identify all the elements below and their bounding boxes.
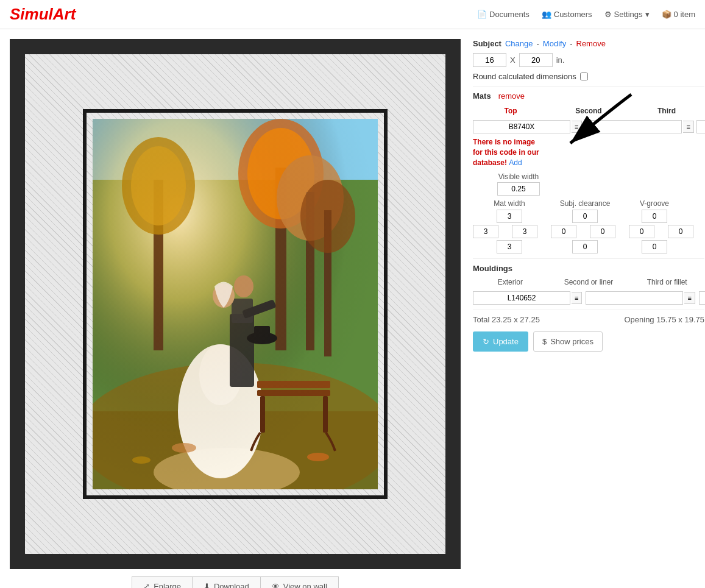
visible-width-right: Visible width <box>497 172 540 196</box>
documents-label: Documents <box>489 10 530 19</box>
subj-clear-2-input[interactable] <box>551 225 576 238</box>
svg-rect-32 <box>93 119 378 489</box>
error-message: There is no imagefor this code in ourdat… <box>473 137 704 168</box>
third-fillet-input[interactable] <box>699 291 705 305</box>
subject-change-link[interactable]: Change <box>505 39 533 48</box>
documents-icon: 📄 <box>477 10 487 19</box>
mat-top-menu-btn[interactable]: ≡ <box>572 121 582 133</box>
subj-clear-1-input[interactable] <box>572 210 598 223</box>
mats-remove-link[interactable]: remove <box>498 91 525 101</box>
mat-width-4-input[interactable] <box>497 240 522 253</box>
dim-x-label: X <box>510 55 515 65</box>
settings-icon: ⚙ <box>604 10 612 19</box>
moulding-inputs: ≡ ≡ ≡ <box>473 291 704 305</box>
width-input[interactable] <box>473 53 506 67</box>
view-on-wall-button[interactable]: 👁 View on wall <box>261 576 339 588</box>
mat-col-third: Third <box>629 105 704 116</box>
mat-second-input-row: ≡ <box>584 120 693 133</box>
mat-second-menu-btn[interactable]: ≡ <box>683 121 693 133</box>
logo: SimulArt <box>10 5 76 24</box>
second-liner-input[interactable] <box>586 291 683 305</box>
subj-clear-4-input[interactable] <box>572 240 598 253</box>
mat-top-input-row: ≡ <box>473 120 582 133</box>
visible-width-input[interactable] <box>497 182 540 196</box>
round-dimensions-label: Round calculated dimensions <box>473 72 588 81</box>
third-fillet-input-row: ≡ <box>699 291 705 305</box>
download-icon: ⬇ <box>204 582 210 588</box>
v-groove-3-input[interactable] <box>668 225 693 238</box>
frame-image <box>93 119 378 489</box>
error-area: There is no imagefor this code in ourdat… <box>473 137 704 168</box>
update-label: Update <box>493 337 519 346</box>
download-button[interactable]: ⬇ Download <box>193 576 261 588</box>
dollar-icon: $ <box>542 337 547 346</box>
mat-code-row: ≡ ≡ ≡ <box>473 120 704 133</box>
subject-label: Subject <box>473 39 501 48</box>
mat-column-headers: Top Second Third <box>473 105 704 116</box>
v-groove-2-input[interactable] <box>629 225 654 238</box>
enlarge-icon: ⤢ <box>143 582 150 588</box>
dimensions-row: X in. <box>473 53 704 67</box>
frame-mat <box>25 54 445 554</box>
nav-cart[interactable]: 📦 0 item <box>662 10 695 19</box>
header-nav: 📄 Documents 👥 Customers ⚙ Settings ▾ 📦 0… <box>477 10 695 19</box>
v-groove-4-input[interactable] <box>642 240 667 253</box>
mat-top-input[interactable] <box>473 120 570 133</box>
dim-unit-label: in. <box>556 55 565 65</box>
moulding-col-headers: Exterior Second or liner Third or fillet <box>473 278 704 286</box>
v-groove-1-input[interactable] <box>642 210 667 223</box>
mat-second-input[interactable] <box>584 120 682 133</box>
second-liner-header: Second or liner <box>551 278 626 286</box>
nav-customers[interactable]: 👥 Customers <box>542 10 592 19</box>
enlarge-button[interactable]: ⤢ Enlarge <box>132 576 193 588</box>
width-headers: Mat width Subj. clearance V-groove <box>473 199 704 208</box>
add-link[interactable]: Add <box>509 158 522 167</box>
view-wall-label: View on wall <box>283 582 327 588</box>
main-content: ⤢ Enlarge ⬇ Download 👁 View on wall Subj… <box>0 29 705 588</box>
width-row-1 <box>473 210 704 223</box>
frame-outer <box>10 39 461 569</box>
header: SimulArt 📄 Documents 👥 Customers ⚙ Setti… <box>0 0 705 29</box>
subj-clearance-header: Subj. clearance <box>548 199 622 208</box>
round-dimensions-checkbox[interactable] <box>580 73 588 80</box>
enlarge-label: Enlarge <box>154 582 181 588</box>
update-button[interactable]: ↻ Update <box>473 331 528 352</box>
exterior-input-row: ≡ <box>473 291 582 305</box>
mat-col-second: Second <box>551 105 626 116</box>
height-input[interactable] <box>519 53 553 67</box>
round-dimensions-text: Round calculated dimensions <box>473 72 576 81</box>
mats-header-row: Mats remove <box>473 91 704 101</box>
exterior-header: Exterior <box>473 278 548 286</box>
visible-width-area: Visible width <box>473 172 704 196</box>
update-icon: ↻ <box>483 337 489 346</box>
mat-third-input[interactable] <box>696 120 705 133</box>
mat-width-1-input[interactable] <box>497 210 522 223</box>
v-groove-header: V-groove <box>624 199 685 208</box>
subject-remove-link[interactable]: Remove <box>576 39 606 48</box>
action-buttons: ⤢ Enlarge ⬇ Download 👁 View on wall <box>132 576 339 588</box>
action-buttons-panel: ↻ Update $ Show prices <box>473 331 704 352</box>
customers-icon: 👥 <box>542 10 551 19</box>
mat-col-top: Top <box>473 105 548 116</box>
nav-documents[interactable]: 📄 Documents <box>477 10 530 19</box>
mat-width-3-input[interactable] <box>512 225 537 238</box>
mat-third-input-row: ≡ <box>696 120 705 133</box>
subject-modify-link[interactable]: Modify <box>543 39 566 48</box>
subj-clear-3-input[interactable] <box>590 225 615 238</box>
subject-row: Subject Change - Modify - Remove <box>473 39 704 48</box>
download-label: Download <box>214 582 249 588</box>
divider-2 <box>473 258 704 259</box>
second-liner-input-row: ≡ <box>586 291 695 305</box>
frame-image-inner <box>93 119 378 489</box>
second-liner-menu-btn[interactable]: ≡ <box>684 292 695 304</box>
error-line1: There is no imagefor this code in ourdat… <box>473 138 539 167</box>
wedding-scene-svg <box>93 119 378 489</box>
settings-dropdown-icon: ▾ <box>645 10 650 19</box>
show-prices-label: Show prices <box>550 337 593 346</box>
mat-width-2-input[interactable] <box>473 225 498 238</box>
exterior-input[interactable] <box>473 291 570 305</box>
nav-settings[interactable]: ⚙ Settings ▾ <box>604 10 650 19</box>
show-prices-button[interactable]: $ Show prices <box>533 331 603 352</box>
exterior-menu-btn[interactable]: ≡ <box>572 292 582 304</box>
round-dimensions-row: Round calculated dimensions <box>473 72 704 81</box>
